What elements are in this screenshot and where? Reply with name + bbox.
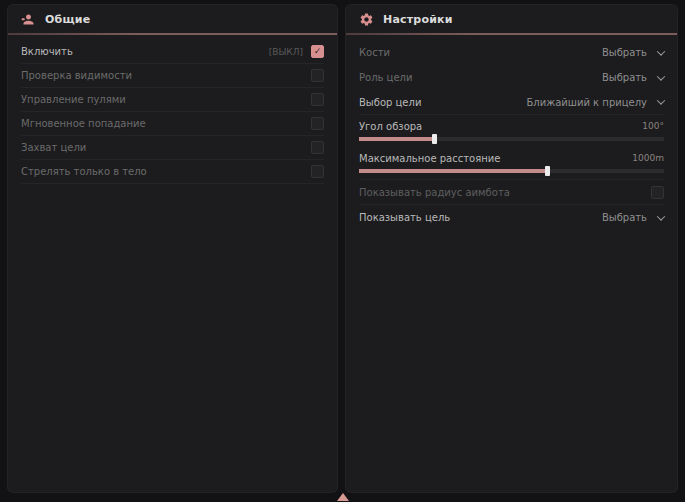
settings-panel-title: Настройки bbox=[383, 13, 453, 26]
slider-handle[interactable] bbox=[432, 134, 437, 144]
show-radius-checkbox[interactable]: ✓ bbox=[651, 186, 664, 199]
chevron-down-icon bbox=[657, 212, 665, 220]
general-panel-header: Общие bbox=[8, 5, 337, 33]
dropdown-value: Ближайший к прицелу bbox=[526, 97, 647, 108]
toggle-label: Мгновенное попадание bbox=[21, 118, 146, 129]
toggle-row-target-lock: Захват цели ✓ bbox=[21, 136, 324, 160]
target-selection-dropdown[interactable]: Ближайший к прицелу bbox=[526, 97, 664, 108]
dropdown-label: Кости bbox=[359, 47, 390, 58]
chevron-down-icon bbox=[657, 47, 665, 55]
dropdown-value: Выбрать bbox=[602, 47, 647, 58]
dropdown-row-target-role: Роль цели Выбрать bbox=[359, 65, 664, 90]
dropdown-label: Выбор цели bbox=[359, 97, 421, 108]
toggle-row-instant-hit: Мгновенное попадание ✓ bbox=[21, 112, 324, 136]
toggle-row-body-only: Стрелять только в тело ✓ bbox=[21, 160, 324, 184]
toggle-row-enable: Включить [ВЫКЛ] ✓ bbox=[21, 40, 324, 64]
toggle-label: Проверка видимости bbox=[21, 70, 132, 81]
target-role-dropdown[interactable]: Выбрать bbox=[602, 72, 664, 83]
check-icon: ✓ bbox=[314, 47, 322, 56]
target-lock-checkbox[interactable]: ✓ bbox=[311, 141, 324, 154]
instant-hit-checkbox[interactable]: ✓ bbox=[311, 117, 324, 130]
expand-menu-arrow[interactable] bbox=[337, 493, 349, 501]
gear-icon bbox=[359, 12, 374, 27]
toggle-row-bullet-control: Управление пулями ✓ bbox=[21, 88, 324, 112]
chevron-down-icon bbox=[657, 72, 665, 80]
general-panel: Общие Включить [ВЫКЛ] ✓ Проверка видимос… bbox=[8, 5, 337, 492]
toggle-label: Показывать радиус аимбота bbox=[359, 187, 510, 198]
slider-label: Максимальное расстояние bbox=[359, 153, 500, 164]
dropdown-value: Выбрать bbox=[602, 212, 647, 223]
settings-panel-header: Настройки bbox=[346, 5, 677, 33]
dropdown-label: Роль цели bbox=[359, 72, 412, 83]
slider-label: Угол обзора bbox=[359, 121, 422, 132]
bullet-control-checkbox[interactable]: ✓ bbox=[311, 93, 324, 106]
slider-row-max-distance: Максимальное расстояние 1000m bbox=[359, 147, 664, 180]
dropdown-row-bones: Кости Выбрать bbox=[359, 40, 664, 65]
max-distance-slider[interactable] bbox=[359, 169, 664, 173]
slider-value: 100° bbox=[642, 121, 664, 131]
toggle-label: Стрелять только в тело bbox=[21, 166, 147, 177]
visibility-check-checkbox[interactable]: ✓ bbox=[311, 69, 324, 82]
show-target-dropdown[interactable]: Выбрать bbox=[602, 212, 664, 223]
slider-row-fov: Угол обзора 100° bbox=[359, 115, 664, 147]
dropdown-label: Показывать цель bbox=[359, 212, 450, 223]
toggle-label: Включить bbox=[21, 46, 73, 57]
body-only-checkbox[interactable]: ✓ bbox=[311, 165, 324, 178]
bones-dropdown[interactable]: Выбрать bbox=[602, 47, 664, 58]
toggle-row-visibility-check: Проверка видимости ✓ bbox=[21, 64, 324, 88]
toggle-state-text: [ВЫКЛ] bbox=[269, 47, 303, 57]
slider-handle[interactable] bbox=[545, 166, 550, 176]
dropdown-row-show-target: Показывать цель Выбрать bbox=[359, 205, 664, 230]
settings-panel: Настройки Кости Выбрать Роль цели Выбрат… bbox=[346, 5, 677, 492]
person-icon bbox=[21, 12, 36, 27]
toggle-row-show-radius: Показывать радиус аимбота ✓ bbox=[359, 180, 664, 205]
slider-fill bbox=[359, 169, 548, 173]
general-panel-title: Общие bbox=[45, 13, 90, 26]
chevron-down-icon bbox=[657, 96, 665, 104]
fov-slider[interactable] bbox=[359, 137, 664, 141]
slider-fill bbox=[359, 137, 435, 141]
toggle-label: Захват цели bbox=[21, 142, 86, 153]
slider-value: 1000m bbox=[632, 153, 664, 163]
dropdown-value: Выбрать bbox=[602, 72, 647, 83]
toggle-label: Управление пулями bbox=[21, 94, 126, 105]
enable-checkbox[interactable]: ✓ bbox=[311, 45, 324, 58]
dropdown-row-target-selection: Выбор цели Ближайший к прицелу bbox=[359, 90, 664, 115]
